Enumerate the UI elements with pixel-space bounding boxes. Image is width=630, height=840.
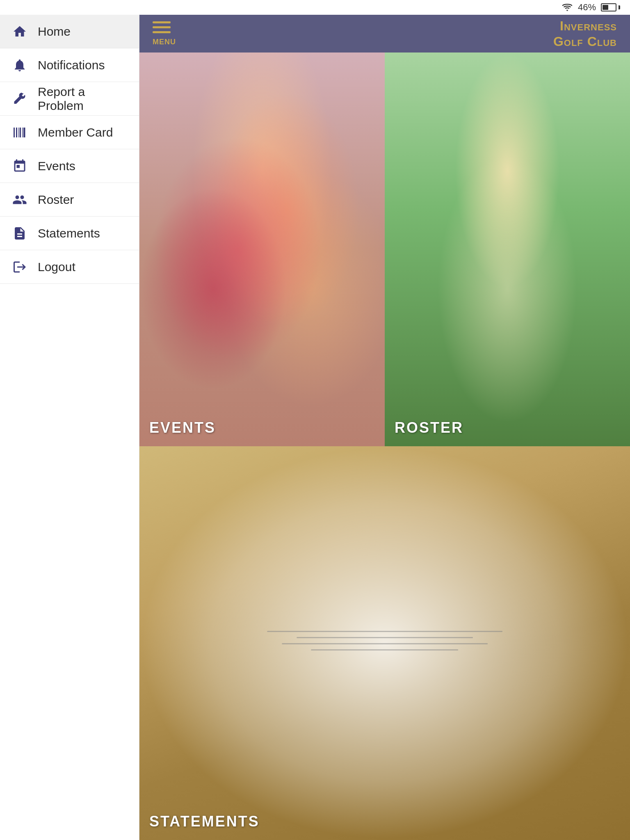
menu-label: MENU — [153, 38, 176, 46]
menu-button[interactable]: MENU — [153, 21, 176, 46]
battery-percentage: 46% — [578, 2, 596, 13]
sidebar-item-report-problem[interactable]: Report a Problem — [0, 82, 139, 116]
cards-grid: EVENTS ROSTER STATEMENTS — [139, 52, 630, 840]
events-bg-image — [139, 52, 385, 446]
home-icon — [11, 23, 28, 40]
sidebar-label-home: Home — [38, 25, 71, 39]
club-name-line1: Inverness — [553, 18, 617, 34]
events-card[interactable]: EVENTS — [139, 52, 385, 446]
statements-card-label: STATEMENTS — [149, 813, 260, 830]
sidebar-item-events[interactable]: Events — [0, 149, 139, 183]
wifi-icon — [562, 3, 573, 12]
club-name-line2: Golf Club — [553, 34, 617, 49]
club-name: Inverness Golf Club — [553, 18, 617, 50]
sidebar-label-events: Events — [38, 159, 75, 173]
roster-card-label: ROSTER — [395, 419, 463, 436]
document-icon — [11, 225, 28, 242]
status-bar: 46% — [0, 0, 630, 15]
document-lines — [237, 631, 532, 655]
app-header: MENU Inverness Golf Club — [139, 15, 630, 52]
sidebar-item-logout[interactable]: Logout — [0, 250, 139, 284]
main-content: MENU Inverness Golf Club EVENTS ROSTER — [139, 15, 630, 840]
doc-line-2 — [297, 637, 473, 638]
sidebar-label-member-card: Member Card — [38, 126, 113, 139]
sidebar-item-notifications[interactable]: Notifications — [0, 48, 139, 82]
sidebar-item-member-card[interactable]: Member Card — [0, 116, 139, 149]
statements-bg-image — [139, 446, 630, 840]
events-card-label: EVENTS — [149, 419, 216, 436]
sidebar-label-notifications: Notifications — [38, 58, 105, 72]
roster-bg-image — [385, 52, 630, 446]
bell-icon — [11, 57, 28, 73]
calendar-icon — [11, 158, 28, 174]
doc-line-4 — [311, 649, 459, 651]
menu-bar-3 — [153, 31, 171, 33]
doc-line-1 — [267, 631, 502, 632]
sidebar: Home Notifications Report a Problem Memb… — [0, 15, 139, 840]
sidebar-item-statements[interactable]: Statements — [0, 217, 139, 250]
battery-icon — [601, 3, 620, 11]
statements-card[interactable]: STATEMENTS — [139, 446, 630, 840]
wrench-icon — [11, 91, 28, 107]
sidebar-label-roster: Roster — [38, 193, 74, 207]
sidebar-item-home[interactable]: Home — [0, 15, 139, 48]
doc-line-3 — [282, 643, 488, 644]
menu-bar-1 — [153, 21, 171, 23]
sidebar-label-logout: Logout — [38, 260, 75, 274]
sidebar-label-report-problem: Report a Problem — [38, 85, 128, 113]
roster-card[interactable]: ROSTER — [385, 52, 630, 446]
menu-bar-2 — [153, 26, 171, 28]
logout-icon — [11, 259, 28, 275]
sidebar-item-roster[interactable]: Roster — [0, 183, 139, 217]
people-icon — [11, 192, 28, 208]
barcode-icon — [11, 124, 28, 141]
sidebar-label-statements: Statements — [38, 226, 100, 240]
